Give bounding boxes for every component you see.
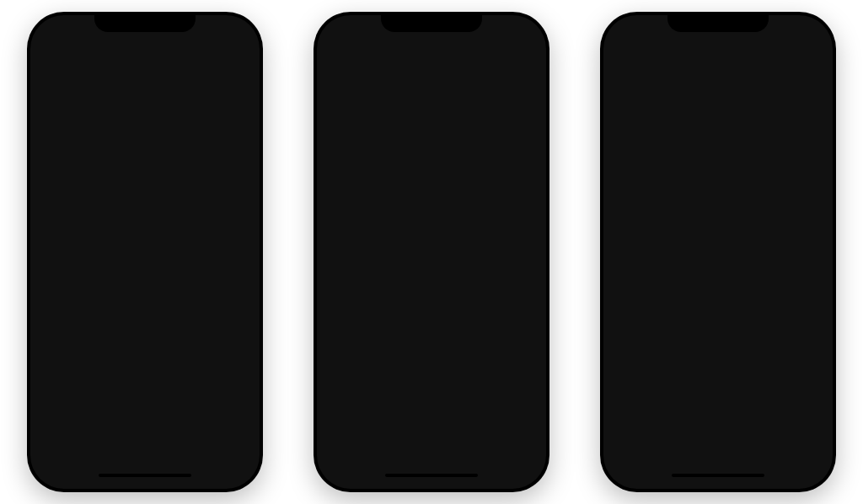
settings-row[interactable]: AirDrop [42,297,115,310]
status-time: 9:41 [335,29,354,40]
signal-icon [484,31,496,39]
chat-avatar [620,148,654,182]
settings-row[interactable]: Reminder Alerts [42,283,115,297]
chat-preview: You: Can't wait! · 6:29 pm [662,303,799,314]
post-author-avatar[interactable] [224,129,236,141]
chat-preview: Do you wanna get boba? · Mon [662,349,799,359]
chat-name: Susie Lee [662,200,799,212]
post-image[interactable] [222,143,253,244]
online-dot [780,112,789,121]
chat-preview: Mai invited you to join a room. · Tue [662,440,799,444]
settings-row[interactable]: New Mail [42,243,115,256]
settings-footnote: The volume of the ringer and alerts will… [42,176,115,187]
section-header: SOUNDS AND VIBRATION PATTERNS [42,191,115,201]
chat-row[interactable]: Melissa RauffMai invited you to join a r… [610,416,826,443]
online-dot [646,265,654,273]
people-icon: 👥 [763,449,781,468]
home-indicator[interactable] [99,474,191,477]
signal-icon [770,31,782,39]
chat-preview: Patrick sent a photo · Mon [662,394,799,405]
settings-row[interactable]: Keyboard Clicks [42,315,115,329]
chat-name: Mai Bouchet [662,291,799,303]
unread-badge: 1 [667,448,678,458]
home-icon[interactable]: ⌂ [233,433,239,445]
stories-row: Your Story Flo Elyse Bria James [610,79,826,142]
app-switcher-card-instagram[interactable]: Your Story goto susiness ♡ [219,86,253,448]
chat-name: Bria Hunter [662,245,799,258]
like-icon[interactable]: ♡ [224,247,234,257]
camera-icon[interactable] [226,91,236,99]
chat-avatar [620,285,654,319]
section-header: VIBRATE [42,105,115,110]
volume-slider[interactable] [42,147,115,163]
section-header: RINGER AND ALERTS [42,142,115,147]
chat-row[interactable]: Flo LenormandDo you wanna get boba? · Mo… [610,324,826,370]
faceid-icon [415,254,448,286]
instagram-app-icon[interactable] [219,61,243,84]
settings-row[interactable]: Change with Buttons [42,163,115,176]
story-avatar[interactable] [665,86,700,121]
faceid-label: Face ID [414,292,449,304]
svg-rect-0 [802,60,812,69]
settings-row[interactable]: Ringtone [42,202,115,216]
home-indicator[interactable] [385,474,478,477]
settings-app-icon[interactable] [47,61,71,84]
chat-row[interactable]: RoommatesPatrick sent a photo · Mon [610,370,826,416]
faceid-prompt: Face ID [383,231,480,327]
settings-row[interactable]: Vibrate on Ring [42,110,115,124]
home-indicator[interactable] [672,474,764,477]
chats-icon: ● [660,450,669,468]
messenger-logo-icon [413,66,450,103]
battery-icon [799,31,814,39]
chat-preview: Yeah that works · 9:01 pm [662,258,799,268]
settings-row[interactable]: New Voicemail [42,229,115,243]
battery-icon [512,31,528,39]
story-avatar[interactable] [756,86,791,121]
chat-name: Eugenio Padilla [662,154,799,167]
settings-row[interactable]: Sent Mail [42,256,115,270]
settings-row[interactable]: Calendar Alerts [42,270,115,283]
nav-back[interactable]: Settings [42,91,115,99]
wifi-icon [499,31,509,39]
likes-count[interactable]: 52 likes [222,260,253,265]
chat-preview: Sent a photo · 1m [662,167,799,177]
chat-name: Melissa Rauff [662,427,799,440]
chat-avatar [620,239,654,273]
chat-row[interactable]: Bria HunterYeah that works · 9:01 pm [610,233,826,279]
story-avatar[interactable] [710,86,746,121]
chat-avatar [620,330,654,364]
chat-row[interactable]: Eugenio PadillaSent a photo · 1m [610,142,826,188]
add-story-button[interactable] [619,86,655,121]
story-avatar[interactable] [801,86,826,121]
chat-avatar [620,421,654,443]
chat-row[interactable]: Mai BouchetYou: Can't wait! · 6:29 pm [610,279,826,324]
unread-dot [808,162,815,169]
chat-avatar [620,194,654,228]
settings-row[interactable]: Text Tone [42,216,115,229]
settings-row[interactable]: Vibrate on Silent [42,124,115,137]
status-time: 9:41 [622,29,641,40]
share-icon[interactable] [251,247,253,257]
app-switcher-label: Messenger [130,67,180,78]
messenger-logo-icon [141,246,183,288]
story-avatar[interactable] [244,104,253,119]
page-title: Chats [698,54,747,74]
chat-preview: You: K see you there · 8:28 am [662,212,799,223]
chat-name: Flo Lenormand [662,336,799,349]
compose-button[interactable] [801,56,816,72]
chat-list: Eugenio PadillaSent a photo · 1mSusie Le… [610,142,826,443]
chat-avatar [620,376,654,410]
chat-name: Roommates [662,382,799,394]
app-switcher-card-settings[interactable]: Settings VIBRATE Vibrate on Ring Vibrate… [37,86,120,448]
profile-avatar[interactable] [620,52,644,76]
post-author-name[interactable]: susiness [239,132,253,137]
messenger-app-icon[interactable]: ⚡ [105,62,125,83]
wifi-icon [785,31,796,39]
chat-row[interactable]: Susie LeeYou: K see you there · 8:28 am [610,188,826,233]
app-switcher-card-messenger[interactable] [111,86,212,448]
story-your-story[interactable] [225,104,240,119]
comment-icon[interactable] [239,247,249,257]
